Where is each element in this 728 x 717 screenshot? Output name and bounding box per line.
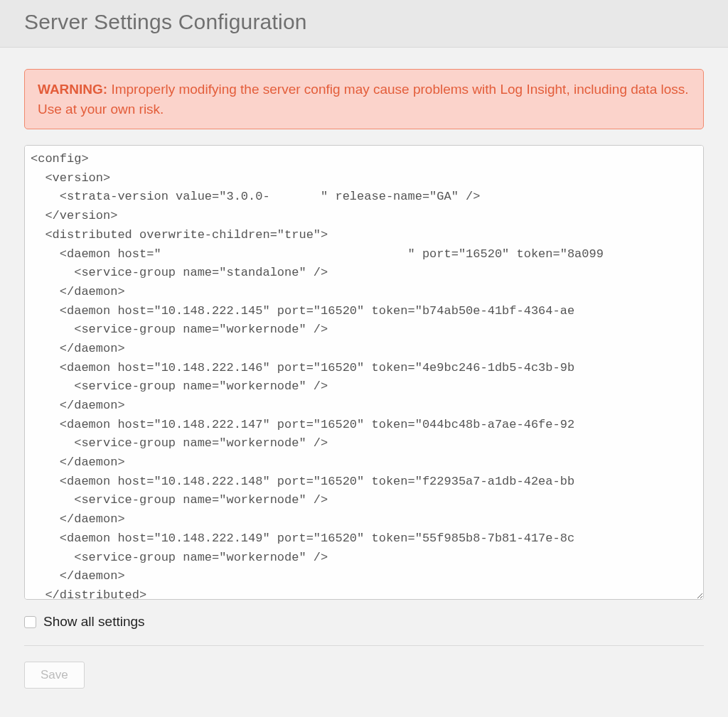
config-xml-textarea[interactable] <box>24 145 704 600</box>
show-all-settings-checkbox[interactable] <box>24 616 36 628</box>
warning-banner: WARNING: Improperly modifying the server… <box>24 69 704 129</box>
show-all-settings-label[interactable]: Show all settings <box>43 614 145 630</box>
page-header: Server Settings Configuration <box>0 0 728 48</box>
page-title: Server Settings Configuration <box>24 10 704 34</box>
main-content: WARNING: Improperly modifying the server… <box>0 48 728 703</box>
warning-text: Improperly modifying the server config m… <box>38 82 689 117</box>
button-row: Save <box>24 646 704 689</box>
show-all-settings-row: Show all settings <box>24 603 704 646</box>
save-button[interactable]: Save <box>24 662 85 689</box>
warning-label: WARNING: <box>38 82 107 97</box>
